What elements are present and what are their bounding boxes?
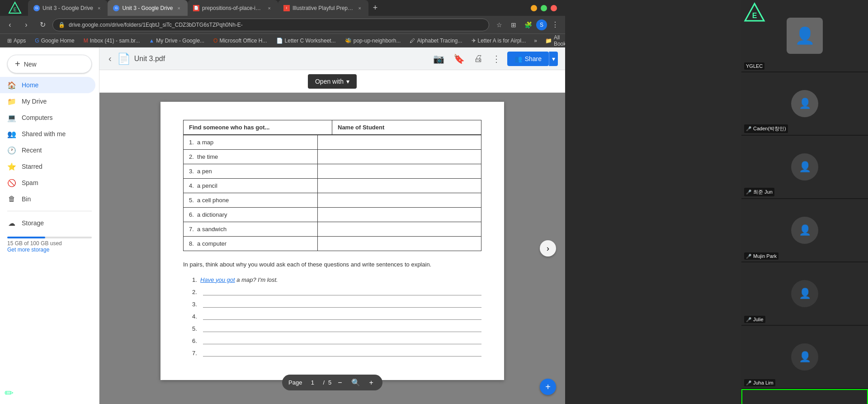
sidebar-item-storage[interactable]: ☁ Storage: [0, 215, 95, 231]
sidebar-item-starred[interactable]: ⭐ Starred: [0, 158, 95, 175]
tab-4-close[interactable]: ×: [357, 5, 363, 12]
home-icon: 🏠: [7, 81, 16, 90]
camera-button[interactable]: 📷: [430, 51, 447, 67]
bookmark-button[interactable]: 🔖: [451, 51, 467, 67]
print-button[interactable]: 🖨: [471, 51, 486, 67]
sidebar-item-mydrive[interactable]: 📁 My Drive: [0, 93, 95, 109]
sidebar-item-recent[interactable]: 🕐 Recent: [0, 142, 95, 158]
zoom-in-button[interactable]: +: [367, 378, 376, 388]
tab-2-close[interactable]: ×: [176, 5, 182, 12]
bookmark-popup[interactable]: 🐝 pop-up-neighborh...: [341, 37, 405, 45]
sidebar-item-home[interactable]: 🏠 Home: [0, 77, 95, 93]
maximize-button[interactable]: □: [541, 5, 547, 11]
table-cell-1-name: [317, 135, 481, 150]
share-dropdown-button[interactable]: ▾: [549, 52, 558, 66]
tab-2[interactable]: G Unit 3 - Google Drive ×: [108, 0, 187, 16]
juha-mic-icon: 🎤: [746, 380, 751, 385]
sidebar-bin-label: Bin: [22, 195, 31, 203]
open-with-button[interactable]: Open with ▾: [308, 74, 357, 89]
tab-1-close[interactable]: ×: [96, 5, 102, 12]
letterc-icon: 📄: [276, 38, 283, 44]
mydrive-icon: ▲: [149, 38, 154, 44]
forward-button[interactable]: ›: [20, 19, 33, 31]
sidebar-item-shared[interactable]: 👥 Shared with me: [0, 126, 95, 142]
table-cell-4-item: 4. a pencil: [184, 179, 318, 193]
bookmark-inbox[interactable]: M Inbox (41) - sam.br...: [80, 37, 144, 45]
table-cell-2-item: 2. the time: [184, 150, 318, 164]
browser-window: E G Unit 3 - Google Drive × G Unit 3 - G…: [0, 0, 565, 404]
julie-name: 🎤 Julie: [744, 316, 765, 323]
bookmark-mydrive[interactable]: ▲ My Drive - Google...: [145, 37, 208, 45]
extension-button[interactable]: 🧩: [522, 19, 534, 31]
nav-bar: ‹ › ↻ 🔒 drive.google.com/drive/folders/1…: [0, 16, 565, 34]
table-cell-3-name: [317, 164, 481, 179]
table-cell-6-item: 6. a dictionary: [184, 208, 318, 222]
underline-4: [203, 319, 481, 320]
minimize-button[interactable]: −: [531, 5, 537, 11]
close-button[interactable]: ×: [551, 5, 557, 11]
tab-bar: G Unit 3 - Google Drive × G Unit 3 - Goo…: [28, 0, 524, 16]
page-separator: /: [323, 379, 325, 386]
bookmark-alphabet-label: Alphabet Tracing...: [417, 38, 462, 44]
tab-1[interactable]: G Unit 3 - Google Drive ×: [28, 0, 108, 16]
table-cell-1-item: 1. a map: [184, 135, 318, 150]
sidebar-item-bin[interactable]: 🗑 Bin: [0, 191, 95, 207]
bookmark-apps[interactable]: ⊞ Apps: [4, 37, 29, 45]
share-button[interactable]: 👥 Share: [507, 52, 549, 66]
open-with-chevron-icon: ▾: [346, 78, 349, 85]
choijun-name-label: 최준 Jun: [753, 189, 773, 195]
tab-search-button[interactable]: ⊞: [507, 19, 520, 31]
caden-mic-icon: 🎤: [746, 126, 751, 131]
bookmark-alphabet[interactable]: 🖊 Alphabet Tracing...: [406, 37, 466, 45]
mujin-name: 🎤 Mujin Park: [744, 252, 778, 260]
tab-3[interactable]: 📄 prepositions-of-place-in-engl... ×: [188, 0, 278, 16]
next-page-button[interactable]: ›: [540, 240, 556, 257]
computers-icon: 💻: [7, 113, 16, 122]
profile-button[interactable]: S: [536, 19, 547, 30]
bookmark-mydrive-label: My Drive - Google...: [156, 38, 204, 44]
more-options-button[interactable]: ⋮: [489, 51, 504, 67]
sidebar-item-computers[interactable]: 💻 Computers: [0, 109, 95, 126]
zoom-out-button[interactable]: −: [335, 378, 344, 388]
tab-3-favicon: 📄: [193, 5, 199, 11]
bookmark-lettera[interactable]: ✈ Letter A is for Airpl...: [468, 37, 530, 45]
bookmark-letterc[interactable]: 📄 Letter C Worksheet...: [273, 37, 340, 45]
open-with-bar: Open with ▾: [99, 70, 565, 93]
browser-logo: E: [4, 1, 26, 15]
shared-icon: 👥: [7, 129, 16, 138]
reload-button[interactable]: ↻: [36, 19, 49, 31]
bookmarks-more-button[interactable]: »: [531, 37, 540, 45]
more-button[interactable]: ⋮: [549, 19, 561, 31]
sidebar-item-spam[interactable]: 🚫 Spam: [0, 175, 95, 191]
table-row: 8. a computer: [184, 237, 481, 251]
tab-4[interactable]: I Illustrative Playful Preposition... ×: [278, 0, 368, 16]
page-number-input[interactable]: [306, 379, 319, 386]
tab-1-favicon: G: [33, 5, 40, 11]
pdf-lines-list: 2. 3. 4. 5.: [183, 289, 481, 356]
folder-icon: 📁: [545, 38, 552, 44]
address-text: drive.google.com/drive/folders/1EqbtJ_si…: [69, 22, 243, 28]
zoom-fit-button[interactable]: 🔍: [349, 377, 363, 388]
sidebar-shared-label: Shared with me: [22, 130, 66, 138]
pdf-back-button[interactable]: ‹: [107, 52, 113, 66]
new-tab-button[interactable]: +: [368, 0, 382, 16]
underline-5: [203, 332, 481, 332]
bookmark-google-home[interactable]: G Google Home: [31, 37, 78, 45]
storage-fill: [7, 237, 45, 238]
table-cell-5-name: [317, 193, 481, 208]
tab-3-close[interactable]: ×: [266, 5, 273, 12]
add-button[interactable]: +: [540, 379, 556, 395]
new-button[interactable]: + New: [7, 55, 92, 73]
all-bookmarks-button[interactable]: 📁 All Bookmarks: [542, 34, 565, 48]
storage-bar: [7, 237, 92, 238]
back-button[interactable]: ‹: [4, 19, 16, 31]
bookmark-star-button[interactable]: ☆: [493, 19, 505, 31]
pdf-content[interactable]: Find someone who has got... Name of Stud…: [99, 93, 565, 404]
bookmark-letterc-label: Letter C Worksheet...: [285, 38, 336, 44]
address-bar[interactable]: 🔒 drive.google.com/drive/folders/1EqbtJ_…: [52, 19, 489, 31]
julie-avatar: 👤: [791, 280, 818, 307]
storage-cta-label[interactable]: Get more storage: [7, 247, 49, 253]
bookmark-office[interactable]: O Microsoft Office H...: [210, 37, 270, 45]
all-bookmarks-label: All Bookmarks: [554, 34, 565, 47]
bottom-edit-icon[interactable]: ✏: [5, 387, 14, 399]
